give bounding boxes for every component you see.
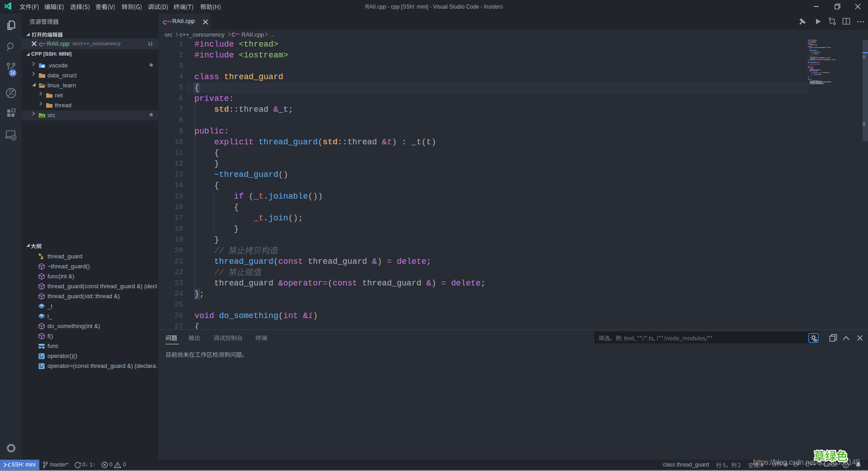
svg-text:<>: <>: [40, 114, 44, 119]
svg-text:++: ++: [167, 19, 172, 24]
svg-text:++: ++: [236, 32, 240, 36]
svg-text:16: 16: [10, 71, 15, 76]
svg-text:++: ++: [42, 42, 46, 45]
svg-text:C: C: [231, 32, 236, 38]
svg-text:C: C: [163, 19, 167, 26]
